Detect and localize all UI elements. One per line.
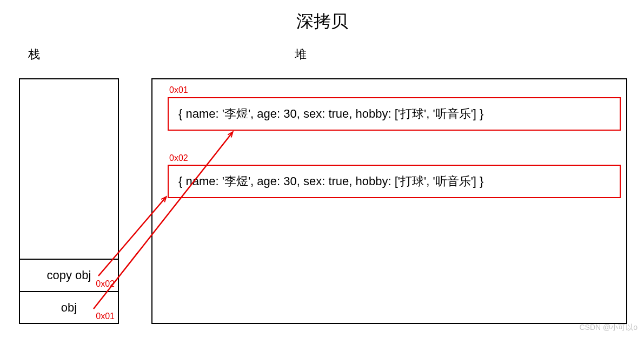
stack-container: copy obj 0x02 obj 0x01	[19, 78, 119, 324]
stack-var-addr: 0x01	[96, 312, 115, 321]
heap-addr-1: 0x01	[169, 85, 188, 95]
stack-row-copy-obj: copy obj 0x02	[20, 259, 118, 291]
diagram-title: 深拷贝	[0, 10, 644, 33]
heap-object-2: { name: '李煜', age: 30, sex: true, hobby:…	[168, 165, 621, 198]
stack-var-name: copy obj	[47, 268, 91, 282]
stack-var-name: obj	[61, 301, 77, 315]
heap-addr-2: 0x02	[169, 153, 188, 163]
stack-var-addr: 0x02	[96, 279, 115, 289]
stack-label: 栈	[28, 46, 40, 63]
watermark: CSDN @小可以o	[579, 323, 638, 333]
heap-label: 堆	[295, 46, 307, 63]
stack-row-obj: obj 0x01	[20, 291, 118, 323]
heap-object-1: { name: '李煜', age: 30, sex: true, hobby:…	[168, 97, 621, 131]
